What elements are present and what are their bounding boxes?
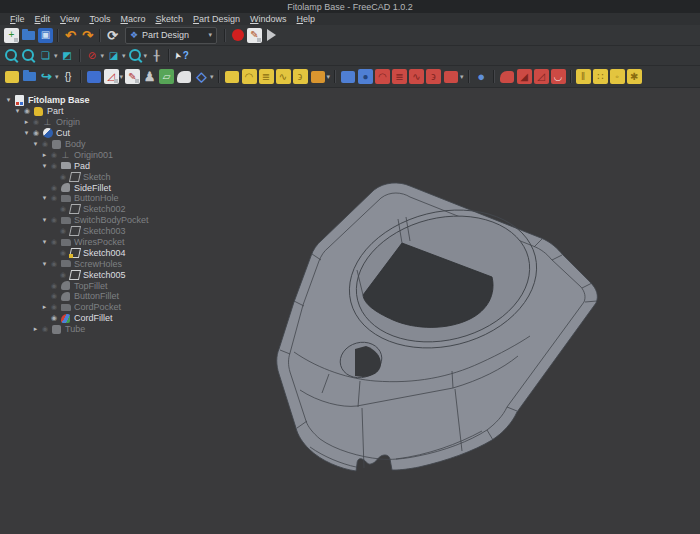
tree-item-fitolamp-base[interactable]: ▾Fitolamp Base: [0, 95, 250, 106]
collapse-arrow-icon[interactable]: ▾: [40, 216, 49, 224]
tree-item-cordfillet[interactable]: ◉CordFillet: [0, 313, 250, 324]
create-varset-button[interactable]: {}: [61, 69, 76, 84]
tree-item-screwholes[interactable]: ▾◉ScrewHoles: [0, 258, 250, 269]
collapse-arrow-icon[interactable]: ▾: [40, 162, 49, 170]
additive-pipe-button[interactable]: ∿: [276, 69, 291, 84]
collapse-arrow-icon[interactable]: ▾: [40, 260, 49, 268]
pocket-button[interactable]: [340, 70, 356, 84]
tree-item-sketch005[interactable]: ◉Sketch005: [0, 269, 250, 280]
view-fit-all-button[interactable]: [4, 48, 19, 63]
view-isometric-button[interactable]: ◪: [106, 48, 126, 63]
tree-item-origin[interactable]: ▸◉⊥Origin: [0, 117, 250, 128]
collapse-arrow-icon[interactable]: ▾: [4, 96, 13, 104]
tree-item-wirespocket[interactable]: ▾◉WiresPocket: [0, 237, 250, 248]
create-body-button[interactable]: [86, 70, 102, 84]
boolean-operation-button[interactable]: ●: [474, 69, 489, 84]
refresh-button[interactable]: ⟳: [105, 28, 120, 43]
linear-pattern-button[interactable]: ∷: [593, 69, 608, 84]
additive-loft-button[interactable]: ≣: [259, 69, 274, 84]
macro-play-button[interactable]: [264, 28, 279, 43]
tree-item-body[interactable]: ▾◉Body: [0, 139, 250, 150]
menu-part-design[interactable]: Part Design: [188, 14, 245, 24]
doc-icon: [14, 95, 25, 106]
menu-macro[interactable]: Macro: [115, 14, 150, 24]
create-shapebinder-button[interactable]: ▱: [159, 69, 174, 84]
tree-item-tube[interactable]: ▸◉Tube: [0, 324, 250, 335]
polar-pattern-button[interactable]: ◦: [610, 69, 625, 84]
additive-primitive-button[interactable]: [310, 70, 331, 84]
menu-help[interactable]: Help: [292, 14, 321, 24]
expand-arrow-icon[interactable]: ▸: [31, 325, 40, 333]
draft-button[interactable]: ◿: [534, 69, 549, 84]
edit-sketch-button[interactable]: ✎: [125, 69, 140, 84]
revolution-button[interactable]: ◠: [242, 69, 257, 84]
measure-button[interactable]: ╂: [149, 48, 164, 63]
collapse-arrow-icon[interactable]: ▾: [40, 238, 49, 246]
additive-helix-button[interactable]: ϶: [293, 69, 308, 84]
menu-edit[interactable]: Edit: [30, 14, 56, 24]
collapse-arrow-icon[interactable]: ▾: [13, 107, 22, 115]
menu-view[interactable]: View: [55, 14, 84, 24]
tree-item-cordpocket[interactable]: ▸◉CordPocket: [0, 302, 250, 313]
standard-views-button[interactable]: ❏: [38, 48, 58, 63]
draw-style-button[interactable]: ⊘: [85, 48, 105, 63]
tree-item-switchbodypocket[interactable]: ▾◉SwitchBodyPocket: [0, 215, 250, 226]
collapse-arrow-icon[interactable]: ▾: [22, 129, 31, 137]
map-sketch-to-face-button[interactable]: ♟: [142, 69, 157, 84]
subtractive-pipe-button[interactable]: ∿: [409, 69, 424, 84]
groove-button[interactable]: ◠: [375, 69, 390, 84]
view-fit-selection-button[interactable]: [21, 48, 36, 63]
sync-view-button[interactable]: ◩: [60, 48, 75, 63]
tree-item-pad[interactable]: ▾◉Pad: [0, 160, 250, 171]
subtractive-loft-button[interactable]: ≣: [392, 69, 407, 84]
macro-record-button[interactable]: [230, 28, 245, 43]
expand-arrow-icon[interactable]: ▸: [40, 151, 49, 159]
menu-file[interactable]: File: [5, 14, 30, 24]
zoom-tools-button[interactable]: [128, 48, 148, 63]
open-document-button[interactable]: [21, 28, 36, 43]
create-group-button[interactable]: [22, 69, 37, 84]
fillet-button[interactable]: [499, 70, 515, 84]
workbench-selector[interactable]: ❖Part Design▾: [125, 27, 217, 44]
menu-sketch[interactable]: Sketch: [150, 14, 188, 24]
tree-item-topfillet[interactable]: ◉TopFillet: [0, 280, 250, 291]
menu-windows[interactable]: Windows: [245, 14, 292, 24]
tree-item-label: ButtonHole: [74, 193, 119, 203]
create-clone-button[interactable]: [176, 70, 192, 84]
collapse-arrow-icon[interactable]: ▾: [40, 194, 49, 202]
create-sketch-button[interactable]: ◿: [104, 69, 124, 84]
tree-item-sketch004[interactable]: ◉Sketch004: [0, 247, 250, 258]
pad-button[interactable]: [224, 70, 240, 84]
create-part-button[interactable]: [4, 70, 20, 84]
whats-this-button[interactable]: [174, 48, 189, 63]
expand-arrow-icon[interactable]: ▸: [40, 303, 49, 311]
expand-arrow-icon[interactable]: ▸: [22, 118, 31, 126]
tree-item-buttonhole[interactable]: ▾◉ButtonHole: [0, 193, 250, 204]
collapse-arrow-icon[interactable]: ▾: [31, 140, 40, 148]
mirrored-button[interactable]: ‖: [576, 69, 591, 84]
tree-item-sketch002[interactable]: ◉Sketch002: [0, 204, 250, 215]
redo-button[interactable]: ↷: [80, 28, 95, 43]
create-datum-button[interactable]: ◇: [194, 69, 214, 84]
new-document-button[interactable]: +: [4, 28, 19, 43]
hole-button[interactable]: ●: [358, 69, 373, 84]
tree-item-origin001[interactable]: ▸◉⊥Origin001: [0, 149, 250, 160]
menu-tools[interactable]: Tools: [84, 14, 115, 24]
macro-edit-button[interactable]: ✎: [247, 28, 262, 43]
additive-primitive-icon: [311, 71, 325, 83]
tree-item-sketch[interactable]: ◉Sketch: [0, 171, 250, 182]
tree-item-part[interactable]: ▾◉Part: [0, 106, 250, 117]
tree-item-cut[interactable]: ▾◉Cut: [0, 128, 250, 139]
chamfer-button[interactable]: ◢: [517, 69, 532, 84]
tree-item-buttonfillet[interactable]: ◉ButtonFillet: [0, 291, 250, 302]
thickness-button[interactable]: ◡: [551, 69, 566, 84]
subtractive-helix-button[interactable]: ϶: [426, 69, 441, 84]
make-link-button[interactable]: ↪: [39, 69, 59, 84]
tree-item-sidefillet[interactable]: ◉SideFillet: [0, 182, 250, 193]
subtractive-primitive-button[interactable]: [443, 70, 464, 84]
undo-button[interactable]: ↶: [63, 28, 78, 43]
multitransform-button[interactable]: ✱: [627, 69, 642, 84]
cad-model[interactable]: [277, 183, 598, 471]
save-document-button[interactable]: ▣: [38, 28, 53, 43]
tree-item-sketch003[interactable]: ◉Sketch003: [0, 226, 250, 237]
